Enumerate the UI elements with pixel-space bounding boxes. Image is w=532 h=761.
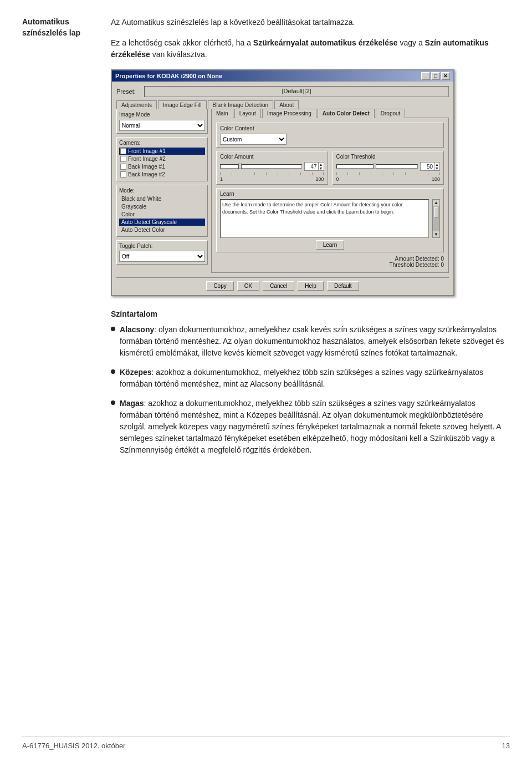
bullet-dot-medium [111,369,115,374]
close-button[interactable]: ✕ [441,72,450,80]
color-amount-minmax: 1 200 [220,176,324,182]
color-threshold-up[interactable]: ▲ [434,163,439,166]
tab-image-edge-fill[interactable]: Image Edge Fill [158,100,206,109]
tab-dropout[interactable]: Dropout [376,109,406,118]
camera-checkbox-front2[interactable] [120,156,126,162]
color-threshold-legend: Color Threshold [336,154,441,160]
copy-button[interactable]: Copy [206,281,233,291]
maximize-button[interactable]: □ [431,72,440,80]
scrollbar-up-icon[interactable]: ▲ [433,200,439,206]
amount-detected-row: Amount Detected: 0 [216,256,444,262]
toggle-group: Toggle Patch: Off [116,240,208,265]
amount-detected-label: Amount Detected: [395,256,439,262]
color-amount-ticks [220,172,324,175]
list-item-low: Alacsony: olyan dokumentumokhoz, amelyek… [111,324,510,359]
mode-group: Mode: Black and White Grayscale Color Au… [116,185,208,237]
color-content-legend: Color Content [220,125,440,131]
bullet-dot-low [111,327,115,331]
tab-content: Color Content Custom Color Amoun [211,118,449,273]
properties-dialog[interactable]: Properties for KODAK i2900 on None _ □ ✕… [111,69,454,296]
color-threshold-value: 50 [421,164,434,170]
sliders-row: Color Amount 47 [216,151,444,185]
learn-legend: Learn [220,191,440,197]
camera-item-front1[interactable]: Front Image #1 [119,148,205,155]
mode-auto-grayscale[interactable]: Auto Detect Grayscale [119,219,205,226]
help-button[interactable]: Help [298,281,324,291]
scrollbar-down-icon[interactable]: ▼ [433,231,439,237]
mode-color[interactable]: Color [119,211,205,218]
learn-scrollbar[interactable]: ▲ ▼ [432,199,440,238]
camera-item-back2[interactable]: Back Image #2 [119,171,205,178]
bullet-text-low: Alacsony: olyan dokumentumokhoz, amelyek… [120,324,510,359]
color-amount-min: 1 [220,176,223,182]
mode-auto-color[interactable]: Auto Detect Color [119,226,205,234]
color-threshold-minmax: 0 100 [336,176,441,182]
minimize-button[interactable]: _ [421,72,430,80]
dialog-main-area: Image Mode Normal Camera: Front [116,109,449,273]
learn-btn-row: Learn [220,240,440,250]
camera-group: Camera: Front Image #1 Front Image #2 [116,137,208,181]
image-mode-label: Image Mode [119,111,205,118]
camera-item-front2[interactable]: Front Image #2 [119,155,205,163]
scrollbar-thumb[interactable] [434,207,438,218]
mode-grayscale[interactable]: Grayscale [119,203,205,210]
tab-layout[interactable]: Layout [234,109,261,118]
tab-blank-image-detection[interactable]: Blank Image Detection [208,100,274,109]
color-amount-thumb[interactable] [238,164,242,169]
right-panel: Main Layout Image Processing Auto Color … [211,109,449,273]
toggle-label: Toggle Patch: [119,243,205,249]
tab-auto-color-detect[interactable]: Auto Color Detect [318,109,375,118]
learn-group: Learn Use the learn mode to determine th… [216,188,444,252]
bullet-dot-high [111,400,115,405]
camera-label-back2: Back Image #2 [128,171,165,177]
cancel-button[interactable]: Cancel [263,281,294,291]
image-mode-select[interactable]: Normal [119,120,205,131]
toggle-select[interactable]: Off [119,251,205,262]
left-panel: Image Mode Normal Camera: Front [116,109,208,273]
preset-input[interactable]: [Default][2] [144,86,449,97]
footer-right: 13 [502,742,510,750]
tab-main[interactable]: Main [211,109,233,118]
color-amount-arrows: ▲ ▼ [318,163,324,170]
ok-button[interactable]: OK [237,281,259,291]
camera-label-back1: Back Image #1 [128,164,165,170]
camera-label-front1: Front Image #1 [128,148,166,154]
mode-label: Mode: [119,187,205,194]
scrollbar-track [433,206,439,231]
tab-image-processing[interactable]: Image Processing [262,109,316,118]
color-amount-legend: Color Amount [220,154,324,160]
threshold-detected-label: Threshold Detected: [390,262,439,268]
color-threshold-group: Color Threshold 50 [332,151,444,185]
bullet-text-medium: Közepes: azokhoz a dokumentumokhoz, mely… [120,367,510,390]
color-amount-max: 200 [315,176,324,182]
color-threshold-arrows: ▲ ▼ [434,163,439,170]
camera-checkbox-back1[interactable] [120,164,126,170]
learn-button[interactable]: Learn [316,240,345,250]
amount-detected-value: 0 [441,256,444,262]
dialog-window: Properties for KODAK i2900 on None _ □ ✕… [111,69,510,296]
color-amount-value-box: 47 ▲ ▼ [304,162,324,171]
bottom-tabs: Main Layout Image Processing Auto Color … [211,109,449,118]
color-threshold-value-box: 50 ▲ ▼ [420,162,440,171]
list-item-high: Magas: azokhoz a dokumentumokhoz, melyek… [111,398,510,456]
color-threshold-track[interactable] [336,164,418,169]
color-amount-slider-row: 47 ▲ ▼ [220,162,324,171]
dialog-body: Preset: [Default][2] Adjustments Image E… [112,82,453,295]
tab-about[interactable]: About [274,100,299,109]
color-amount-track[interactable] [220,164,302,169]
top-tabs: Adjustments Image Edge Fill Blank Image … [116,100,449,109]
camera-item-back1[interactable]: Back Image #1 [119,163,205,170]
camera-checkbox-back2[interactable] [120,171,126,177]
tab-adjustments[interactable]: Adjustments [116,100,157,109]
dialog-titlebar: Properties for KODAK i2900 on None _ □ ✕ [112,70,453,82]
color-content-select[interactable]: Custom [220,134,287,145]
camera-checkbox-front1[interactable] [120,148,126,154]
color-amount-down[interactable]: ▼ [319,166,324,170]
color-amount-up[interactable]: ▲ [319,163,324,166]
color-threshold-thumb[interactable] [373,164,376,169]
default-button[interactable]: Default [327,281,359,291]
mode-black-white[interactable]: Black and White [119,195,205,202]
color-threshold-down[interactable]: ▼ [434,166,439,170]
color-threshold-max: 100 [432,176,440,182]
color-threshold-ticks [336,172,441,175]
